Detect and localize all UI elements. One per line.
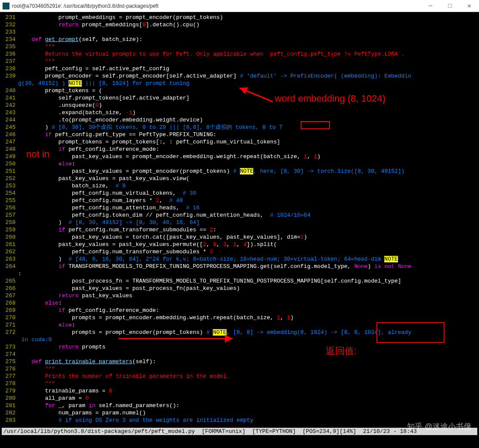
line-number: 253 — [0, 182, 18, 190]
code-line[interactable]: 270 prompts = prompt_encoder.embedding.w… — [0, 314, 479, 321]
code-text: return prompts — [18, 343, 479, 351]
code-line[interactable]: 235 """ — [0, 43, 479, 50]
code-line[interactable]: 261 past_key_values = past_key_values.pe… — [0, 241, 479, 248]
code-line[interactable]: 249 past_key_values = prompt_encoder.emb… — [0, 153, 479, 160]
line-number: 245 — [0, 124, 18, 131]
line-number: 233 — [0, 28, 18, 36]
code-line[interactable]: 255 peft_config.num_layers * 2, # 48 — [0, 197, 479, 204]
code-text: peft_config.num_transformer_submodules *… — [18, 248, 479, 255]
window-title: root@a7034605291e: /usr/local/lib/python… — [12, 3, 421, 9]
code-text: return past_key_values — [18, 292, 479, 299]
code-text — [18, 351, 479, 358]
code-line[interactable]: 277 Prints the number of trainable param… — [0, 373, 479, 380]
code-line[interactable]: 269 if peft_config.inference_mode: — [0, 307, 479, 314]
code-line[interactable]: 246 if peft_config.peft_type == PeftType… — [0, 131, 479, 138]
code-line[interactable]: 260 past_key_values = torch.cat([past_ke… — [0, 233, 479, 241]
maximize-button[interactable]: □ — [440, 0, 460, 12]
code-line[interactable]: 239 prompt_encoder = self.prompt_encoder… — [0, 72, 479, 80]
code-line[interactable]: 266 past_key_values = post_process_fn(pa… — [0, 285, 479, 292]
code-line[interactable]: 280 all_param = 0 — [0, 395, 479, 402]
code-line[interactable]: 282 num_params = param.numel() — [0, 409, 479, 417]
title-bar: root@a7034605291e: /usr/local/lib/python… — [0, 0, 479, 12]
code-line[interactable]: 244 .to(prompt_encoder.embedding.weight.… — [0, 116, 479, 124]
line-number: 275 — [0, 358, 18, 365]
code-text: : — [18, 270, 479, 277]
minimize-button[interactable]: ─ — [421, 0, 440, 12]
code-line[interactable]: 256 peft_config.num_attention_heads, # 1… — [0, 204, 479, 212]
line-number: 236 — [0, 50, 18, 58]
line-number: 231 — [0, 14, 18, 21]
code-line[interactable]: 275 def print_trainable_parameters(self)… — [0, 358, 479, 365]
code-line[interactable]: 245 ) # [8, 30], 30个虚拟 tokens, 0 to 29 |… — [0, 124, 479, 131]
code-line[interactable]: 236 Returns the virtual prompts to use f… — [0, 50, 479, 58]
watermark: 知乎 @迷途小书僮 — [407, 421, 471, 432]
code-line[interactable]: 276 """ — [0, 365, 479, 373]
code-line[interactable]: 250 else: — [0, 160, 479, 168]
code-text: def get_prompt(self, batch_size): — [18, 36, 479, 43]
code-line[interactable]: 233 — [0, 28, 479, 36]
code-text — [18, 28, 479, 36]
code-line[interactable]: 238 peft_config = self.active_peft_confi… — [0, 65, 479, 72]
line-number: 265 — [0, 277, 18, 285]
code-line[interactable]: 281 for _, param in self.named_parameter… — [0, 402, 479, 409]
line-number: 282 — [0, 409, 18, 417]
code-line[interactable]: 252 past_key_values = past_key_values.vi… — [0, 175, 479, 182]
line-number: 261 — [0, 241, 18, 248]
code-line[interactable]: 279 trainable_params = 0 — [0, 387, 479, 395]
code-text: if peft_config.peft_type == PeftType.PRE… — [18, 131, 479, 138]
code-text: """ — [18, 365, 479, 373]
code-line[interactable]: 253 batch_size, # 8 — [0, 182, 479, 190]
code-text: past_key_values = prompt_encoder.embeddi… — [18, 153, 479, 160]
code-line[interactable]: 237 """ — [0, 58, 479, 65]
code-text: num_params = param.numel() — [18, 409, 479, 417]
line-number: 268 — [0, 299, 18, 307]
code-text: post_process_fn = TRANSFORMERS_MODELS_TO… — [18, 277, 479, 285]
code-line[interactable]: 262 peft_config.num_transformer_submodul… — [0, 248, 479, 255]
line-number: 260 — [0, 233, 18, 241]
line-number: 267 — [0, 292, 18, 299]
code-text: Returns the virtual prompts to use for P… — [18, 50, 479, 58]
code-text: Prints the number of trainable parameter… — [18, 373, 479, 380]
code-line[interactable]: 232 return prompt_embeddings[0].detach()… — [0, 21, 479, 28]
line-number: 277 — [0, 373, 18, 380]
status-bar: /usr/local/lib/python3.8/dist-packages/p… — [2, 428, 477, 435]
line-number: 263 — [0, 255, 18, 263]
code-line[interactable]: 265 post_process_fn = TRANSFORMERS_MODEL… — [0, 277, 479, 285]
code-line[interactable]: 257 peft_config.token_dim // peft_config… — [0, 212, 479, 219]
code-line[interactable]: 268 else: — [0, 299, 479, 307]
close-button[interactable]: ✕ — [460, 0, 479, 12]
code-line[interactable]: 264 if TRANSFORMERS_MODELS_TO_PREFIX_TUN… — [0, 263, 479, 270]
line-number: 232 — [0, 21, 18, 28]
code-line[interactable]: 274 — [0, 351, 479, 358]
code-line[interactable]: 247 prompt_tokens = prompt_tokens[:, : p… — [0, 138, 479, 146]
code-line[interactable]: 263 ) # [48, 8, 16, 30, 64], 2*24 for k,… — [0, 255, 479, 263]
line-number: 244 — [0, 116, 18, 124]
code-editor[interactable]: 231 prompt_embeddings = prompt_encoder(p… — [0, 12, 479, 448]
code-text: .expand(batch_size, -1) — [18, 109, 479, 116]
code-text: past_key_values = post_process_fn(past_k… — [18, 285, 479, 292]
code-line[interactable]: 254 peft_config.num_virtual_tokens, # 30 — [0, 190, 479, 197]
code-line[interactable]: 259 if peft_config.num_transformer_submo… — [0, 226, 479, 233]
line-number: 248 — [0, 146, 18, 153]
code-line[interactable]: 273 return prompts — [0, 343, 479, 351]
code-line[interactable]: 231 prompt_embeddings = prompt_encoder(p… — [0, 14, 479, 21]
line-number: 264 — [0, 263, 18, 270]
code-line[interactable]: 267 return past_key_values — [0, 292, 479, 299]
line-number — [0, 80, 18, 87]
code-text: def print_trainable_parameters(self): — [18, 358, 479, 365]
code-text: batch_size, # 8 — [18, 182, 479, 190]
code-line[interactable]: 278 """ — [0, 380, 479, 387]
line-number: 278 — [0, 380, 18, 387]
code-line[interactable]: : — [0, 270, 479, 277]
code-text: return prompt_embeddings[0].detach().cpu… — [18, 21, 479, 28]
code-line[interactable]: 258 ) # [8, 30, 49152] -> [8, 30, 48, 16… — [0, 219, 479, 226]
code-line[interactable]: 234 def get_prompt(self, batch_size): — [0, 36, 479, 43]
line-number: 250 — [0, 160, 18, 168]
code-line[interactable]: 243 .expand(batch_size, -1) — [0, 109, 479, 116]
code-line[interactable]: 248 if peft_config.inference_mode: — [0, 146, 479, 153]
code-line[interactable]: 251 past_key_values = prompt_encoder(pro… — [0, 168, 479, 175]
line-number: 243 — [0, 109, 18, 116]
line-number: 281 — [0, 402, 18, 409]
app-icon — [3, 3, 9, 9]
line-number: 272 — [0, 329, 18, 336]
